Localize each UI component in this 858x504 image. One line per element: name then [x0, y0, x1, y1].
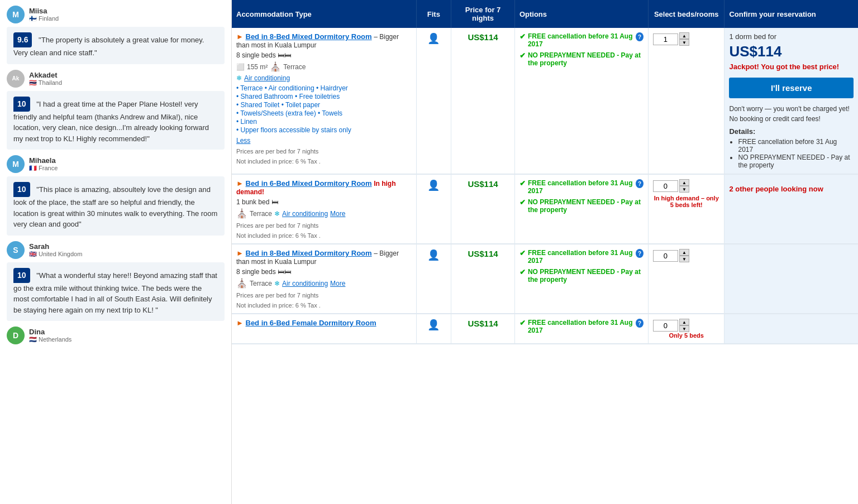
help-icon-3[interactable]: ?: [636, 249, 644, 258]
confirm-cell-4: [724, 314, 858, 344]
qty-spinner-3: ▲ ▼: [679, 249, 689, 262]
option-free-cancel-3: ✔ FREE cancellation before 31 Aug 2017 ?: [519, 249, 644, 265]
price-note1-2: Prices are per bed for 7 nights: [236, 222, 412, 229]
air-conditioning-link-2[interactable]: Air conditioning: [282, 210, 328, 218]
price-cell-2: US$114: [451, 174, 515, 244]
person-icon-3: 👤: [427, 249, 440, 261]
review-text-3: "This place is amazing, absoultely love …: [13, 185, 217, 228]
room-title-wrapper-2: ► Bed in 6-Bed Mixed Dormitory Room In h…: [236, 179, 412, 196]
price-note2-3: Not included in price: 6 % Tax .: [236, 302, 412, 309]
help-icon-4[interactable]: ?: [636, 319, 644, 328]
room-title-link-2[interactable]: Bed in 6-Bed Mixed Dormitory Room: [246, 179, 372, 188]
room-title-wrapper-1: ► Bed in 8-Bed Mixed Dormitory Room – Bi…: [236, 32, 412, 49]
room-title-link-4[interactable]: Bed in 6-Bed Female Dormitory Room: [246, 319, 376, 327]
qty-wrapper-4: ▲ ▼: [653, 319, 720, 332]
reviewer-name-sarah: Sarah: [29, 242, 82, 251]
avatar-akkadet: Ak: [7, 70, 25, 88]
qty-up-3[interactable]: ▲: [679, 249, 689, 256]
looking-now-2: 2 other people looking now: [729, 185, 854, 193]
checkmark-6: ✔: [519, 268, 526, 276]
fits-cell-4: 👤: [416, 314, 451, 344]
qty-up-4[interactable]: ▲: [679, 319, 689, 325]
reviewer-name-akkadet: Akkadet: [29, 71, 62, 79]
more-link-2[interactable]: More: [330, 210, 345, 218]
qty-down-1[interactable]: ▼: [679, 39, 689, 46]
no-fees-msg-1: No booking or credit card fees!: [729, 115, 854, 123]
reviewer-country-mihaela: 🇫🇷 France: [29, 165, 58, 172]
confirm-cell-1: 1 dorm bed for US$114 Jackpot! You got t…: [724, 28, 858, 174]
air-conditioning-link-1[interactable]: Air conditioning: [244, 74, 290, 82]
room-title-link-3[interactable]: Bed in 8-Bed Mixed Dormitory Room: [246, 249, 372, 257]
help-icon-2[interactable]: ?: [636, 179, 644, 188]
room-title-link-1[interactable]: Bed in 8-Bed Mixed Dormitory Room: [246, 32, 372, 41]
reviewer-country-sarah: 🇬🇧 United Kingdom: [29, 251, 82, 258]
fits-cell-1: 👤: [416, 28, 451, 174]
best-price-msg-1: Jackpot! You got the best price!: [729, 63, 854, 71]
room-type-cell-1: ► Bed in 8-Bed Mixed Dormitory Room – Bi…: [232, 28, 416, 174]
beds-info-2: 1 bunk bed 🛏: [236, 198, 412, 206]
confirm-cell-2: 2 other people looking now: [724, 174, 858, 244]
price-note2-2: Not included in price: 6 % Tax .: [236, 232, 412, 239]
option-no-prepay-3: ✔ NO PREPAYMENT NEEDED - Pay at the prop…: [519, 268, 644, 284]
review-score-2: 10: [13, 97, 30, 112]
ac-feature-1: ❄ Air conditioning: [236, 74, 412, 82]
review-card-4: 10 "What a wonderful stay here!! Beyond …: [7, 262, 225, 321]
select-cell-2: ▲ ▼ In high demand – only 5 beds left!: [648, 174, 724, 244]
reserve-button-1[interactable]: I'll reserve: [729, 78, 854, 98]
fits-cell-2: 👤: [416, 174, 451, 244]
price-value-4: US$114: [468, 319, 498, 328]
select-cell-4: ▲ ▼ Only 5 beds: [648, 314, 724, 344]
qty-up-2[interactable]: ▲: [679, 179, 689, 186]
room-features-1: ⬜ 155 m² ⛪ Terrace: [236, 61, 412, 72]
free-cancel-text-2: FREE cancellation before 31 Aug 2017: [528, 179, 633, 195]
qty-input-4[interactable]: [653, 320, 678, 332]
qty-down-4[interactable]: ▼: [679, 325, 689, 332]
reviewer-header-miisa: M Miisa 🇫🇮 Finland: [7, 6, 225, 23]
more-link-3[interactable]: More: [330, 280, 345, 287]
detail-item-1-2: NO PREPAYMENT NEEDED - Pay at the proper…: [738, 153, 854, 169]
qty-down-3[interactable]: ▼: [679, 256, 689, 262]
checkmark-7: ✔: [519, 319, 526, 327]
air-conditioning-link-3[interactable]: Air conditioning: [282, 280, 328, 287]
checkmark-5: ✔: [519, 249, 526, 257]
qty-spinner-4: ▲ ▼: [679, 319, 689, 332]
detail-item-1-1: FREE cancellation before 31 Aug 2017: [738, 138, 854, 153]
review-text-1: "The property is absolutely a great valu…: [13, 36, 204, 57]
qty-down-2[interactable]: ▼: [679, 186, 689, 193]
no-prepay-text-1: NO PREPAYMENT NEEDED - Pay at the proper…: [528, 51, 644, 67]
qty-input-1[interactable]: [653, 33, 678, 45]
confirm-price-1: US$114: [729, 43, 854, 60]
amenity-1-2: Shared Bathroom • Free toiletries: [236, 93, 412, 100]
free-cancel-text-4: FREE cancellation before 31 Aug 2017: [528, 319, 633, 334]
review-text-2: "I had a great time at the Paper Plane H…: [13, 100, 209, 143]
price-cell-4: US$114: [451, 314, 515, 344]
beds-info-3: 8 single beds 🛏🛏: [236, 268, 412, 276]
no-prepay-text-2: NO PREPAYMENT NEEDED - Pay at the proper…: [528, 198, 644, 214]
header-fits: Fits: [416, 0, 451, 28]
options-cell-3: ✔ FREE cancellation before 31 Aug 2017 ?…: [514, 244, 648, 314]
options-cell-1: ✔ FREE cancellation before 31 Aug 2017 ?…: [514, 28, 648, 174]
reviewer-name-miisa: Miisa: [29, 7, 59, 15]
avatar-sarah: S: [7, 241, 25, 259]
qty-input-3[interactable]: [653, 250, 678, 262]
amenity-1-4: Towels/Sheets (extra fee) • Towels: [236, 109, 412, 117]
reviewer-country-dina: 🇳🇱 Netherlands: [29, 336, 72, 343]
review-score-4: 10: [13, 268, 30, 283]
reviewer-name-dina: Dina: [29, 328, 72, 336]
option-no-prepay-2: ✔ NO PREPAYMENT NEEDED - Pay at the prop…: [519, 198, 644, 214]
header-type: Accommodation Type: [232, 0, 416, 28]
less-link-1[interactable]: Less: [236, 137, 250, 145]
terrace-label-1: Terrace: [283, 63, 306, 71]
accommodation-table: Accommodation Type Fits Price for 7 nigh…: [232, 0, 858, 344]
header-confirm: Confirm your reservation: [724, 0, 858, 28]
qty-up-1[interactable]: ▲: [679, 32, 689, 39]
price-note2-1: Not included in price: 6 % Tax .: [236, 158, 412, 165]
option-free-cancel-1: ✔ FREE cancellation before 31 Aug 2017 ?: [519, 32, 644, 48]
amenity-1-6: Upper floors accessible by stairs only: [236, 126, 412, 134]
price-value-3: US$114: [468, 249, 498, 258]
size-label-1: 155 m²: [247, 63, 268, 71]
option-free-cancel-4: ✔ FREE cancellation before 31 Aug 2017 ?: [519, 319, 644, 334]
qty-wrapper-3: ▲ ▼: [653, 249, 720, 262]
qty-input-2[interactable]: [653, 180, 678, 192]
help-icon-1[interactable]: ?: [636, 32, 644, 41]
